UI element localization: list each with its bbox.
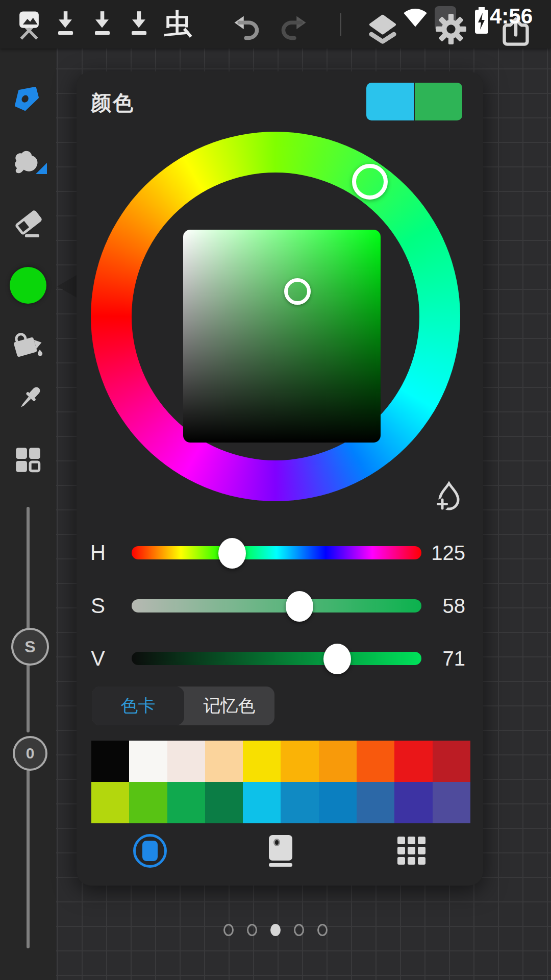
current-color-pair	[366, 83, 462, 120]
hue-slider-handle[interactable]	[218, 538, 246, 569]
size-slider-track[interactable]	[27, 507, 30, 732]
palette-swatch[interactable]	[167, 782, 205, 823]
saturation-value-handle[interactable]	[284, 278, 311, 305]
import-button-2[interactable]	[90, 10, 114, 39]
saturation-slider-value: 58	[425, 590, 465, 622]
current-color-swatch	[10, 267, 46, 304]
hue-slider-row: H 125	[77, 536, 483, 569]
saturation-slider-track[interactable]	[132, 599, 421, 612]
paint-bucket-icon	[11, 328, 45, 363]
grid-view-icon-cell	[408, 857, 415, 865]
palette-swatch[interactable]	[394, 741, 432, 782]
color-panel: 颜色 H 125 S 5	[77, 71, 483, 886]
current-color-button[interactable]	[0, 265, 56, 306]
palette-swatch[interactable]	[319, 782, 357, 823]
tab-memory-colors[interactable]: 记忆色	[184, 687, 274, 725]
palette-swatch[interactable]	[243, 741, 281, 782]
tab-color-cards[interactable]: 色卡	[92, 687, 184, 725]
palette-swatch[interactable]	[433, 741, 470, 782]
hue-ring-handle[interactable]	[352, 164, 388, 200]
secondary-color-swatch[interactable]	[366, 83, 414, 120]
grid-view-button[interactable]	[397, 837, 425, 865]
palette-swatch[interactable]	[129, 741, 167, 782]
palette-swatch[interactable]	[281, 741, 318, 782]
canvas-easel-button[interactable]	[15, 9, 43, 40]
brush-icon	[12, 84, 44, 117]
app-screen: 虫	[0, 0, 551, 980]
saturation-slider-row: S 58	[77, 590, 483, 622]
value-slider-track[interactable]	[132, 652, 421, 665]
opacity-slider-track[interactable]	[27, 751, 30, 948]
battery-charging-icon	[473, 6, 490, 36]
value-slider-row: V 71	[77, 642, 483, 675]
hue-slider-label: H	[77, 536, 119, 569]
opacity-slider-handle[interactable]: 0	[13, 736, 47, 771]
view-mode-bar	[77, 834, 483, 868]
import-button-3[interactable]	[127, 10, 151, 39]
panel-anchor-arrow	[57, 275, 78, 298]
size-slider-handle[interactable]: S	[11, 628, 49, 666]
grid-view-icon-cell	[397, 837, 405, 844]
grid-view-icon-cell	[418, 857, 425, 865]
layers-button[interactable]	[367, 13, 398, 45]
undo-button[interactable]	[231, 13, 260, 42]
size-slider-label: S	[24, 638, 35, 656]
tool-sidebar: S 0	[0, 48, 56, 980]
palette-swatch[interactable]	[433, 782, 470, 823]
fill-tool-button[interactable]	[0, 324, 56, 367]
value-slider-label: V	[77, 642, 119, 675]
grid-view-icon-cell	[408, 847, 415, 854]
palette-swatch[interactable]	[91, 782, 129, 823]
value-slider-handle[interactable]	[323, 644, 351, 674]
bug-button[interactable]: 虫	[160, 5, 196, 43]
palette-swatch[interactable]	[205, 741, 243, 782]
paint-tool-button[interactable]	[0, 80, 56, 121]
palette-swatch[interactable]	[394, 782, 432, 823]
gear-icon	[436, 14, 466, 44]
grid-view-icon-cell	[397, 857, 405, 865]
page-dot[interactable]	[223, 924, 234, 936]
saturation-value-square[interactable]	[183, 230, 381, 443]
layout-tool-button[interactable]	[0, 438, 56, 481]
wheel-view-button[interactable]	[133, 834, 167, 868]
grid-view-icon-cell	[418, 847, 425, 854]
palette-swatch[interactable]	[129, 782, 167, 823]
palette-swatch[interactable]	[243, 782, 281, 823]
card-view-button[interactable]	[269, 835, 292, 867]
wifi-indicator	[402, 5, 429, 28]
hue-slider-track[interactable]	[132, 546, 421, 559]
palette-tabs: 色卡 记忆色	[92, 687, 274, 725]
palette-swatch[interactable]	[357, 782, 394, 823]
redo-icon	[280, 13, 310, 42]
smudge-tool-button[interactable]	[0, 140, 56, 181]
eraser-tool-button[interactable]	[0, 202, 56, 244]
palette-swatch[interactable]	[205, 782, 243, 823]
card-view-icon-dot	[273, 839, 280, 846]
download-icon	[53, 10, 78, 39]
wheel-view-icon	[142, 841, 158, 861]
page-dot-active[interactable]	[270, 924, 281, 936]
primary-color-swatch[interactable]	[415, 83, 462, 120]
palette-swatch[interactable]	[357, 741, 394, 782]
eyedropper-tool-button[interactable]	[0, 379, 56, 420]
redo-button[interactable]	[280, 13, 310, 42]
add-color-drop-button[interactable]	[434, 481, 464, 511]
page-dot[interactable]	[294, 924, 304, 936]
palette-row-1	[91, 741, 470, 782]
import-button-1[interactable]	[53, 10, 78, 39]
palette-swatch[interactable]	[319, 741, 357, 782]
grid-view-icon-cell	[418, 837, 425, 844]
eyedropper-icon	[11, 383, 45, 416]
saturation-slider-handle[interactable]	[286, 591, 313, 622]
droplet-plus-icon	[434, 481, 464, 511]
value-slider-value: 71	[425, 642, 465, 675]
palette-swatch[interactable]	[281, 782, 318, 823]
bug-icon: 虫	[164, 6, 192, 43]
palette-swatch[interactable]	[91, 741, 129, 782]
palette-swatch[interactable]	[167, 741, 205, 782]
panel-title: 颜色	[91, 89, 135, 117]
settings-button[interactable]	[436, 14, 466, 44]
page-dot[interactable]	[247, 924, 257, 936]
page-dot[interactable]	[317, 924, 328, 936]
undo-icon	[231, 13, 260, 42]
